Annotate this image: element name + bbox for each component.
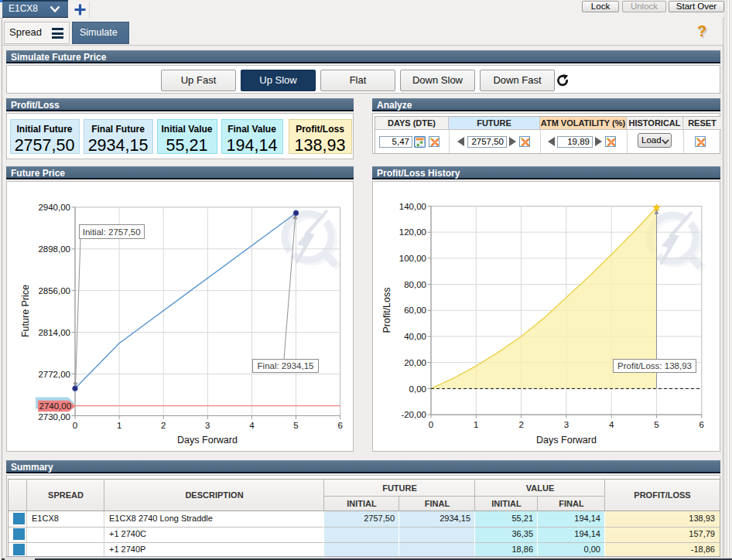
svg-text:6: 6	[700, 420, 704, 429]
svg-text:3: 3	[205, 421, 210, 430]
svg-text:Days Forward: Days Forward	[536, 435, 597, 446]
svg-text:3: 3	[564, 420, 569, 429]
svg-text:1: 1	[474, 420, 478, 429]
svg-text:60,00: 60,00	[404, 306, 426, 315]
svg-text:80,00: 80,00	[404, 280, 426, 289]
svg-text:2: 2	[518, 420, 523, 429]
svg-text:2814,00: 2814,00	[38, 328, 70, 337]
svg-text:1: 1	[117, 421, 121, 430]
svg-text:2898,00: 2898,00	[38, 244, 70, 254]
svg-text:2740,00: 2740,00	[39, 401, 72, 411]
svg-text:Future Price: Future Price	[20, 285, 31, 337]
svg-text:2730,00: 2730,00	[38, 412, 70, 422]
svg-text:40,00: 40,00	[404, 332, 426, 341]
svg-text:140,00: 140,00	[399, 202, 426, 211]
svg-text:0,00: 0,00	[409, 384, 426, 394]
svg-text:2: 2	[161, 421, 166, 430]
svg-text:4: 4	[609, 420, 614, 429]
svg-text:2772,00: 2772,00	[38, 370, 70, 379]
svg-text:0: 0	[429, 420, 433, 429]
svg-text:-20,00: -20,00	[401, 410, 426, 419]
svg-text:Days Forward: Days Forward	[177, 435, 238, 446]
svg-text:2856,00: 2856,00	[38, 286, 70, 295]
svg-text:6: 6	[337, 421, 342, 430]
svg-text:0: 0	[73, 421, 77, 430]
svg-text:20,00: 20,00	[404, 358, 426, 367]
svg-text:4: 4	[249, 421, 255, 430]
svg-text:2940,00: 2940,00	[38, 203, 70, 212]
svg-text:100,00: 100,00	[399, 254, 426, 263]
svg-text:5: 5	[293, 421, 298, 430]
svg-text:120,00: 120,00	[399, 227, 426, 237]
svg-text:Profit/Loss: Profit/Loss	[381, 287, 392, 333]
svg-text:5: 5	[654, 420, 658, 429]
